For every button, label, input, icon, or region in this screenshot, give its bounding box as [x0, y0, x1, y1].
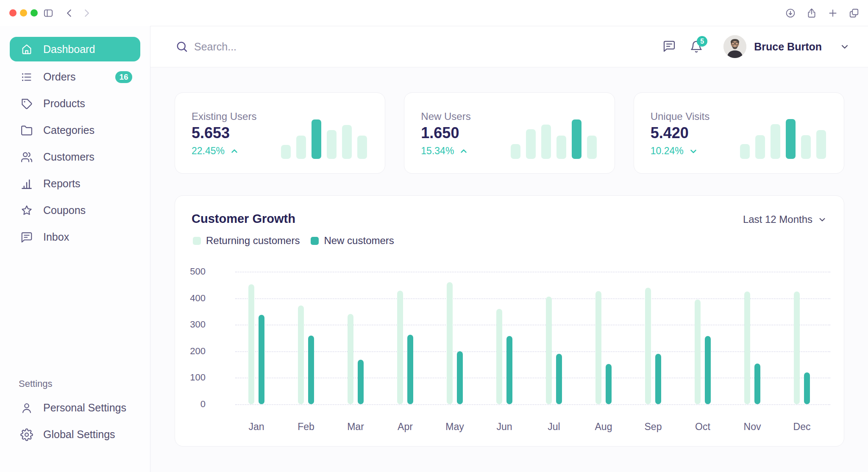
zoom-button[interactable]	[31, 9, 38, 17]
sidebar-nav: DashboardOrders16ProductsCategoriesCusto…	[0, 37, 150, 250]
legend-item-returning-customers[interactable]: Returning customers	[193, 235, 300, 247]
spark-bar	[296, 136, 306, 159]
stat-change: 22.45%	[192, 145, 239, 157]
home-icon	[20, 43, 33, 56]
spark-bar	[281, 145, 291, 159]
spark-bar	[771, 124, 780, 159]
y-axis-label: 300	[175, 319, 206, 330]
y-axis-label: 100	[175, 372, 206, 383]
settings-section-label: Settings	[0, 378, 150, 389]
returning-customers-bar	[248, 284, 254, 404]
download-icon[interactable]	[783, 6, 798, 20]
stat-title: Existing Users	[192, 111, 256, 122]
x-axis-label: Jul	[535, 421, 573, 433]
user-name[interactable]: Bruce Burton	[754, 41, 822, 53]
minimize-button[interactable]	[20, 9, 27, 17]
close-button[interactable]	[9, 9, 17, 17]
users-icon	[20, 151, 33, 164]
returning-customers-bar	[496, 309, 502, 404]
chevron-down-icon	[818, 215, 827, 224]
spark-bar	[801, 135, 811, 159]
stat-value: 5.653	[192, 124, 230, 142]
user-icon	[20, 402, 33, 414]
new-customers-bar	[804, 372, 810, 404]
returning-customers-bar	[298, 305, 304, 404]
spark-bar	[740, 144, 750, 159]
sidebar-item-coupons[interactable]: Coupons	[10, 197, 140, 224]
back-icon[interactable]	[62, 6, 77, 20]
stat-change: 10.24%	[651, 145, 698, 157]
main-area: 5 Bruce Burton Exis	[150, 26, 868, 472]
x-axis-label: Nov	[733, 421, 771, 433]
x-axis-label: Jan	[237, 421, 275, 433]
new-customers-bar	[407, 335, 413, 404]
new-customers-bar	[308, 336, 314, 404]
forward-icon[interactable]	[79, 6, 94, 20]
bar-chart-icon	[20, 178, 33, 190]
sidebar-item-dashboard[interactable]: Dashboard	[10, 37, 140, 61]
chart-title: Customer Growth	[192, 212, 295, 226]
sidebar-toggle-icon[interactable]	[41, 6, 56, 20]
period-selector[interactable]: Last 12 Months	[743, 214, 827, 225]
sidebar-item-reports[interactable]: Reports	[10, 170, 140, 197]
dashboard-content: Existing Users5.65322.45%New Users1.6501…	[150, 67, 868, 447]
tabs-icon[interactable]	[847, 6, 861, 20]
new-customers-bar	[457, 351, 463, 404]
new-customers-bar	[754, 364, 760, 404]
sidebar-item-label: Orders	[43, 71, 75, 83]
gridline	[235, 272, 830, 272]
share-icon[interactable]	[804, 6, 819, 20]
user-menu-chevron-icon[interactable]	[840, 42, 850, 52]
sidebar-item-customers[interactable]: Customers	[10, 144, 140, 170]
sidebar-item-categories[interactable]: Categories	[10, 117, 140, 144]
new-customers-bar	[556, 354, 562, 404]
gridline	[235, 378, 830, 378]
trend-up-icon	[230, 147, 239, 156]
legend-swatch	[193, 237, 201, 245]
gridline	[235, 404, 830, 405]
new-tab-icon[interactable]	[826, 6, 840, 20]
sidebar-item-label: Personal Settings	[43, 402, 126, 414]
new-customers-bar	[358, 360, 364, 404]
x-axis-label: Dec	[783, 421, 821, 433]
spark-bar	[342, 125, 352, 159]
legend-item-new-customers[interactable]: New customers	[311, 235, 394, 247]
sidebar-item-personal-settings[interactable]: Personal Settings	[10, 394, 140, 421]
spark-bar	[556, 136, 566, 159]
stat-cards-row: Existing Users5.65322.45%New Users1.6501…	[175, 92, 844, 174]
returning-customers-bar	[447, 282, 453, 404]
spark-bar	[327, 130, 337, 159]
sidebar-item-orders[interactable]: Orders16	[10, 64, 140, 90]
y-axis-label: 400	[175, 293, 206, 304]
returning-customers-bar	[794, 292, 800, 404]
topbar: 5 Bruce Burton	[150, 26, 868, 67]
x-axis-label: Sep	[634, 421, 672, 433]
new-customers-bar	[705, 336, 711, 404]
search-icon	[175, 40, 188, 53]
returning-customers-bar	[595, 291, 601, 404]
sidebar-item-products[interactable]: Products	[10, 90, 140, 117]
sparkline	[511, 119, 597, 159]
sidebar-item-global-settings[interactable]: Global Settings	[10, 421, 140, 448]
legend-label: New customers	[324, 235, 394, 247]
new-customers-bar	[506, 336, 512, 404]
gridline	[235, 351, 830, 352]
x-axis-label: Jun	[485, 421, 523, 433]
avatar[interactable]	[723, 35, 746, 58]
sparkline	[281, 119, 367, 159]
spark-bar	[541, 125, 551, 159]
sidebar-item-inbox[interactable]: Inbox	[10, 224, 140, 250]
returning-customers-bar	[348, 314, 353, 404]
spark-bar	[357, 136, 367, 159]
search-input[interactable]	[194, 41, 448, 53]
messages-icon[interactable]	[662, 39, 677, 54]
trend-down-icon	[689, 147, 698, 156]
spark-bar	[572, 119, 581, 159]
chart-plot: 0100200300400500JanFebMarAprMayJunJulAug…	[175, 264, 844, 441]
spark-bar	[755, 135, 765, 159]
sidebar-item-label: Dashboard	[43, 43, 95, 56]
list-icon	[20, 71, 33, 83]
x-axis-label: Oct	[684, 421, 722, 433]
sidebar: DashboardOrders16ProductsCategoriesCusto…	[0, 26, 150, 472]
tag-icon	[20, 97, 33, 110]
